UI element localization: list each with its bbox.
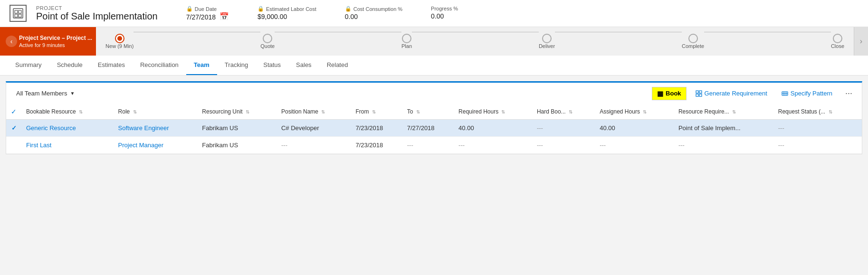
sort-icon: ⇅ (79, 109, 83, 114)
svg-rect-3 (15, 14, 18, 17)
stage-prev-button[interactable]: ‹ (6, 36, 17, 47)
stage-item-deliver[interactable]: Deliver (539, 34, 555, 49)
cell-request_status-0: --- (773, 120, 862, 137)
labor-cost-field: 🔒 Estimated Labor Cost $9,000.00 (258, 6, 316, 21)
book-button[interactable]: ▦ Book (652, 87, 687, 100)
tab-related[interactable]: Related (319, 56, 356, 75)
tab-tracking[interactable]: Tracking (217, 56, 256, 75)
tab-status[interactable]: Status (256, 56, 288, 75)
role-link[interactable]: Software Engineer (118, 124, 169, 132)
stage-label-plan: Plan (401, 43, 412, 49)
stage-item-complete[interactable]: Complete (682, 34, 704, 49)
cell-from-1: 7/23/2018 (351, 137, 402, 154)
cell-resourcing_unit-1: Fabrikam US (197, 137, 277, 154)
col-header-required_hours[interactable]: Required Hours ⇅ (454, 104, 532, 120)
svg-rect-1 (15, 10, 18, 13)
cell-position_name-1: --- (277, 137, 351, 154)
tab-reconciliation[interactable]: Reconciliation (133, 56, 186, 75)
table-row: ✓Generic ResourceSoftware EngineerFabrik… (6, 120, 862, 137)
col-header-role[interactable]: Role ⇅ (114, 104, 198, 120)
lock-icon: 🔒 (186, 6, 193, 12)
empty-value: --- (537, 124, 543, 132)
resource-link[interactable]: Generic Resource (26, 124, 76, 132)
header-fields: 🔒 Due Date 7/27/2018 📅 🔒 Estimated Labor… (186, 6, 458, 21)
tab-estimates[interactable]: Estimates (90, 56, 133, 75)
tab-team[interactable]: Team (186, 56, 217, 75)
due-date-field: 🔒 Due Date 7/27/2018 📅 (186, 6, 229, 21)
empty-value: --- (600, 142, 606, 149)
col-header-position_name[interactable]: Position Name ⇅ (277, 104, 351, 120)
lock-icon-2: 🔒 (258, 6, 264, 12)
specify-pattern-button[interactable]: Specify Pattern (776, 87, 838, 100)
col-header-bookable_resource[interactable]: Bookable Resource ⇅ (21, 104, 114, 120)
stages-container: New (9 Min)QuotePlanDeliverCompleteClose (96, 27, 854, 56)
book-icon: ▦ (657, 90, 663, 97)
col-header-resourcing_unit[interactable]: Resourcing Unit ⇅ (197, 104, 277, 120)
sort-icon: ⇅ (501, 109, 505, 114)
project-label: PROJECT (36, 5, 158, 11)
col-header-request_status[interactable]: Request Status (... ⇅ (773, 104, 862, 120)
generate-req-icon (696, 90, 702, 97)
col-header-assigned_hours[interactable]: Assigned Hours ⇅ (595, 104, 674, 120)
team-table: ✓ Bookable Resource ⇅Role ⇅Resourcing Un… (6, 104, 862, 154)
svg-rect-7 (696, 94, 698, 96)
stage-panel-subtitle: Active for 9 minutes (19, 42, 92, 48)
stage-label-new: New (9 Min) (105, 43, 134, 49)
empty-value: --- (778, 124, 784, 132)
cell-required_hours-0: 40.00 (454, 120, 532, 137)
tab-sales[interactable]: Sales (288, 56, 319, 75)
progress-field: Progress % 0.00 (431, 6, 458, 21)
empty-value: --- (458, 142, 465, 149)
generate-requirement-button[interactable]: Generate Requirement (690, 87, 773, 100)
resource-link[interactable]: First Last (26, 142, 51, 149)
cell-bookable_resource-1: First Last (21, 137, 114, 154)
due-date-value: 7/27/2018 (186, 13, 216, 21)
sort-icon: ⇅ (643, 109, 647, 114)
project-icon (10, 5, 27, 22)
cell-to-1: --- (402, 137, 454, 154)
cell-assigned_hours-0: 40.00 (595, 120, 674, 137)
tab-schedule[interactable]: Schedule (49, 56, 90, 75)
role-link[interactable]: Project Manager (118, 142, 163, 149)
col-header-resource_require[interactable]: Resource Require... ⇅ (674, 104, 773, 120)
stage-item-quote[interactable]: Quote (260, 34, 275, 49)
check-icon: ✓ (11, 124, 17, 132)
stage-item-new[interactable]: New (9 Min) (105, 34, 134, 49)
table-container: ✓ Bookable Resource ⇅Role ⇅Resourcing Un… (6, 104, 862, 154)
col-header-to[interactable]: To ⇅ (402, 104, 454, 120)
cell-from-0: 7/23/2018 (351, 120, 402, 137)
stage-connector (555, 32, 682, 32)
cell-bookable_resource-0: Generic Resource (21, 120, 114, 137)
empty-value: --- (778, 142, 784, 149)
cell-required_hours-1: --- (454, 137, 532, 154)
labor-cost-value: $9,000.00 (258, 13, 287, 20)
stage-left-panel[interactable]: ‹ Project Service – Project ... Active f… (0, 27, 96, 56)
calendar-icon[interactable]: 📅 (219, 12, 229, 21)
tab-summary[interactable]: Summary (8, 56, 49, 75)
row-checkbox-1[interactable] (6, 137, 21, 154)
project-title: Point of Sale Implementation (36, 11, 158, 22)
progress-value: 0.00 (431, 12, 444, 20)
col-header-from[interactable]: From ⇅ (351, 104, 402, 120)
stage-label-close: Close (831, 43, 844, 49)
row-checkbox-0[interactable]: ✓ (6, 120, 21, 137)
stage-item-close[interactable]: Close (831, 34, 844, 49)
cell-to-0: 7/27/2018 (402, 120, 454, 137)
cell-position_name-0: C# Developer (277, 120, 351, 137)
col-header-hard_book[interactable]: Hard Boo... ⇅ (532, 104, 595, 120)
stage-next-button[interactable]: › (854, 27, 868, 56)
cell-role-1: Project Manager (114, 137, 198, 154)
nav-tabs: SummaryScheduleEstimatesReconciliationTe… (0, 56, 868, 76)
more-options-button[interactable]: ··· (841, 86, 856, 100)
cost-consumption-value: 0.00 (345, 13, 358, 20)
stage-label-quote: Quote (260, 43, 275, 49)
filter-dropdown[interactable]: All Team Members ▼ (12, 87, 79, 99)
select-all-checkbox[interactable]: ✓ (6, 104, 21, 120)
cell-assigned_hours-1: --- (595, 137, 674, 154)
stage-item-plan[interactable]: Plan (401, 34, 412, 49)
project-info: PROJECT Point of Sale Implementation (36, 5, 158, 22)
empty-value: --- (407, 142, 413, 149)
stage-circle-plan (402, 34, 411, 43)
sort-icon: ⇅ (416, 109, 420, 114)
stage-circle-close (833, 34, 842, 43)
